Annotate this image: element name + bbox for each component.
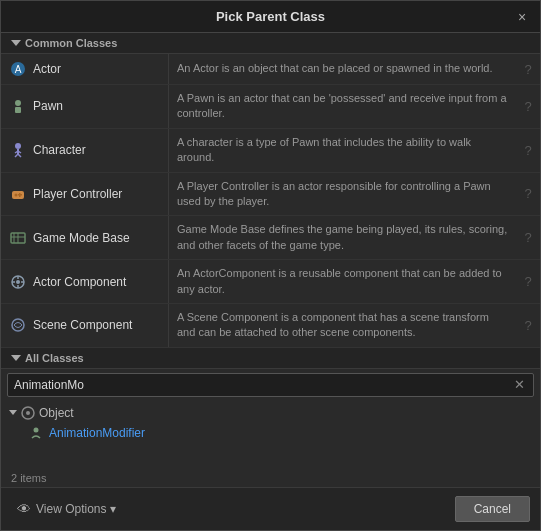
actor-component-icon (9, 273, 27, 291)
tree-area: Object AnimationModifier (1, 401, 540, 469)
class-desc-character: A character is a type of Pawn that inclu… (169, 129, 516, 172)
scene-component-icon (9, 316, 27, 334)
player-controller-icon (9, 185, 27, 203)
bottom-bar: 👁 View Options ▾ Cancel (1, 487, 540, 530)
common-classes-list: A Actor An Actor is an object that can b… (1, 54, 540, 348)
character-icon (9, 141, 27, 159)
class-desc-game-mode-base: Game Mode Base defines the game being pl… (169, 216, 516, 259)
info-icon-actor[interactable]: ? (516, 54, 540, 84)
svg-rect-3 (15, 107, 21, 113)
class-name-actor-component: Actor Component (1, 260, 169, 303)
svg-point-11 (15, 193, 18, 196)
svg-rect-13 (18, 194, 22, 196)
cancel-button[interactable]: Cancel (455, 496, 530, 522)
tree-item-label: AnimationModifier (49, 426, 145, 440)
search-input[interactable] (14, 376, 512, 394)
all-classes-label: All Classes (25, 352, 84, 364)
tree-collapse-icon (9, 410, 17, 415)
svg-point-19 (16, 280, 20, 284)
tree-root-label: Object (39, 406, 74, 420)
svg-text:A: A (15, 64, 22, 75)
svg-point-2 (15, 100, 21, 106)
pick-parent-class-dialog: Pick Parent Class × Common Classes A Act… (0, 0, 541, 531)
info-icon-pawn[interactable]: ? (516, 85, 540, 128)
info-icon-scene-component[interactable]: ? (516, 304, 540, 347)
object-icon (21, 406, 35, 420)
class-name-pawn: Pawn (1, 85, 169, 128)
tree-root-object: Object (1, 403, 540, 423)
class-row-character[interactable]: Character A character is a type of Pawn … (1, 129, 540, 173)
tree-item-animation-modifier[interactable]: AnimationModifier (1, 423, 540, 443)
view-options-label: View Options ▾ (36, 502, 116, 516)
class-row-player-controller[interactable]: Player Controller A Player Controller is… (1, 173, 540, 217)
common-classes-label: Common Classes (25, 37, 117, 49)
class-desc-pawn: A Pawn is an actor that can be 'possesse… (169, 85, 516, 128)
info-icon-character[interactable]: ? (516, 129, 540, 172)
search-bar: ✕ (7, 373, 534, 397)
class-row-game-mode-base[interactable]: Game Mode Base Game Mode Base defines th… (1, 216, 540, 260)
class-row-actor-component[interactable]: Actor Component An ActorComponent is a r… (1, 260, 540, 304)
common-classes-header: Common Classes (1, 33, 540, 54)
svg-line-8 (15, 154, 18, 157)
svg-line-9 (18, 154, 21, 157)
svg-point-27 (34, 427, 39, 432)
dialog-title: Pick Parent Class (216, 9, 325, 24)
all-classes-expand-icon (11, 355, 21, 361)
svg-point-4 (15, 143, 21, 149)
expand-icon (11, 40, 21, 46)
class-desc-scene-component: A Scene Component is a component that ha… (169, 304, 516, 347)
info-icon-actor-component[interactable]: ? (516, 260, 540, 303)
class-row-scene-component[interactable]: Scene Component A Scene Component is a c… (1, 304, 540, 348)
class-name-actor: A Actor (1, 54, 169, 84)
svg-point-26 (26, 411, 30, 415)
game-mode-icon (9, 229, 27, 247)
class-name-scene-component: Scene Component (1, 304, 169, 347)
tree-item-highlight: AnimationMo (49, 426, 119, 440)
all-classes-header: All Classes (1, 348, 540, 369)
class-name-character: Character (1, 129, 169, 172)
tree-item-suffix: difier (119, 426, 145, 440)
eye-icon: 👁 (17, 501, 31, 517)
view-options-button[interactable]: 👁 View Options ▾ (11, 497, 122, 521)
actor-icon: A (9, 60, 27, 78)
class-row-actor[interactable]: A Actor An Actor is an object that can b… (1, 54, 540, 85)
class-desc-actor: An Actor is an object that can be placed… (169, 54, 516, 84)
title-bar: Pick Parent Class × (1, 1, 540, 33)
class-name-player-controller: Player Controller (1, 173, 169, 216)
class-desc-player-controller: A Player Controller is an actor responsi… (169, 173, 516, 216)
pawn-icon (9, 97, 27, 115)
info-icon-player-controller[interactable]: ? (516, 173, 540, 216)
search-clear-button[interactable]: ✕ (512, 377, 527, 392)
all-classes-section: All Classes ✕ Object AnimationModifier 2… (1, 348, 540, 530)
class-row-pawn[interactable]: Pawn A Pawn is an actor that can be 'pos… (1, 85, 540, 129)
class-name-game-mode-base: Game Mode Base (1, 216, 169, 259)
class-desc-actor-component: An ActorComponent is a reusable componen… (169, 260, 516, 303)
animation-modifier-icon (29, 426, 43, 440)
info-icon-game-mode-base[interactable]: ? (516, 216, 540, 259)
item-count: 2 items (1, 469, 540, 487)
close-button[interactable]: × (512, 7, 532, 27)
